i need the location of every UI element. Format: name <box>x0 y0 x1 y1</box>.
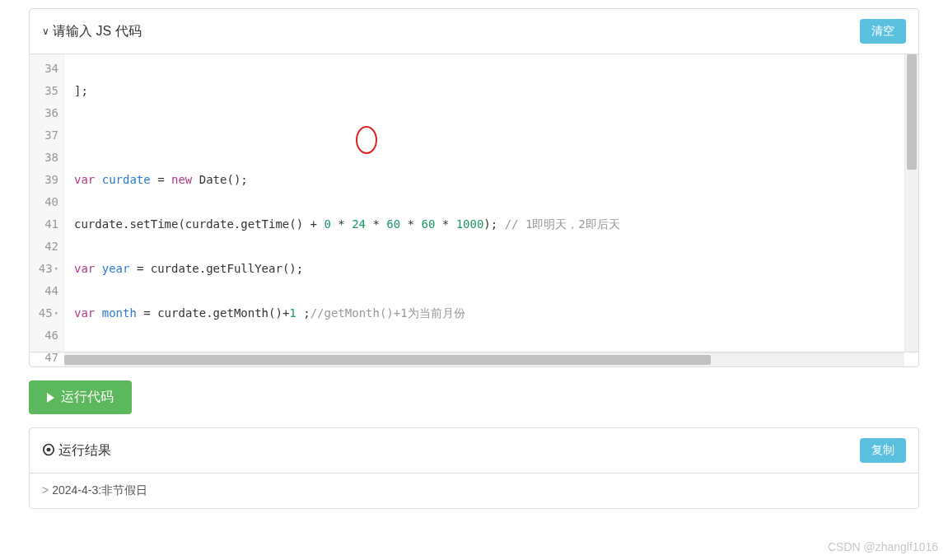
input-panel: ∨ 请输入 JS 代码 清空 34 35 36 37 38 39 40 41 4… <box>29 8 919 367</box>
scrollbar-thumb[interactable] <box>907 54 917 170</box>
line-gutter: 34 35 36 37 38 39 40 41 42 43▾ 44 45▾ 46… <box>30 54 64 352</box>
result-text: 2024-4-3:非节假日 <box>52 483 147 497</box>
scrollbar-thumb[interactable] <box>64 355 711 365</box>
chevron-down-icon: ∨ <box>42 26 49 37</box>
input-panel-header: ∨ 请输入 JS 代码 清空 <box>30 9 918 54</box>
fold-icon[interactable]: ▾ <box>54 302 58 324</box>
pin-icon: ⦿ <box>42 443 55 458</box>
run-button[interactable]: 运行代码 <box>29 380 132 414</box>
result-panel-header: ⦿ 运行结果 复制 <box>30 428 918 474</box>
result-panel: ⦿ 运行结果 复制 >2024-4-3:非节假日 <box>29 427 919 509</box>
input-title-text: 请输入 JS 代码 <box>53 23 142 40</box>
run-button-label: 运行代码 <box>61 389 114 406</box>
play-icon <box>47 393 54 403</box>
clear-button[interactable]: 清空 <box>860 19 906 44</box>
horizontal-scrollbar[interactable] <box>64 352 904 366</box>
input-panel-title[interactable]: ∨ 请输入 JS 代码 <box>42 23 142 40</box>
vertical-scrollbar[interactable] <box>904 54 918 352</box>
result-title-text: 运行结果 <box>58 442 111 460</box>
code-editor[interactable]: 34 35 36 37 38 39 40 41 42 43▾ 44 45▾ 46… <box>30 54 918 352</box>
copy-button[interactable]: 复制 <box>860 438 906 463</box>
fold-icon[interactable]: ▾ <box>54 258 58 280</box>
result-prefix: > <box>42 483 49 497</box>
result-output: >2024-4-3:非节假日 <box>30 474 918 508</box>
result-panel-title: ⦿ 运行结果 <box>42 442 111 460</box>
code-area[interactable]: ]; var curdate = new Date(); curdate.set… <box>64 54 904 352</box>
